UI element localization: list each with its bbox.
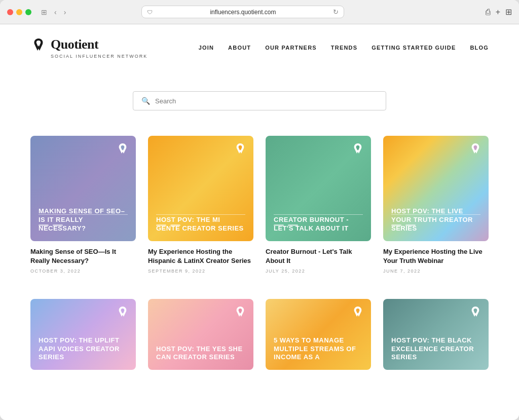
new-tab-button[interactable]: + xyxy=(496,8,500,17)
minimize-dot[interactable] xyxy=(16,9,22,15)
card-text-title-mi-gente: My Experience Hosting the Hispanic & Lat… xyxy=(148,247,253,265)
sidebar-toggle-button[interactable]: ⊞ xyxy=(39,7,50,17)
address-bar-container[interactable]: 🛡 ↻ xyxy=(141,6,344,18)
browser-actions: ⎙ + ⊞ xyxy=(486,7,512,17)
card-image-5ways: 5 WAYS TO MANAGE MULTIPLE STREAMS OF INC… xyxy=(266,299,371,370)
logo-text: Quotient xyxy=(51,37,98,52)
blog-card-seo[interactable]: MAKING SENSE OF SEO–IS IT REALLY NECESSA… xyxy=(30,136,136,274)
address-bar-input[interactable] xyxy=(156,9,330,16)
card-overlay-title-burnout: CREATOR BURNOUT - LET'S TALK ABOUT IT xyxy=(266,208,371,241)
card-logo-uplift xyxy=(116,305,130,319)
card-image-burnout: CREATOR BURNOUT - LET'S TALK ABOUT IT xyxy=(266,136,371,241)
search-section: 🔍 xyxy=(0,71,519,126)
browser-controls: ⊞ ‹ › xyxy=(39,7,68,17)
share-button[interactable]: ⎙ xyxy=(486,8,491,17)
page-content: Quotient SOCIAL INFLUENCER NETWORK JOIN … xyxy=(0,24,519,420)
main-nav: JOIN ABOUT OUR PARTNERS TRENDS GETTING S… xyxy=(199,45,489,51)
blog-card-5ways[interactable]: 5 WAYS TO MANAGE MULTIPLE STREAMS OF INC… xyxy=(266,299,371,376)
blog-card-live-truth[interactable]: HOST POV: THE LIVE YOUR TRUTH CREATOR SE… xyxy=(383,136,489,274)
search-bar: 🔍 xyxy=(133,91,386,110)
card-image-seo: MAKING SENSE OF SEO–IS IT REALLY NECESSA… xyxy=(30,136,136,241)
blog-card-yes-she-can[interactable]: HOST POV: THE YES SHE CAN CREATOR SERIES xyxy=(148,299,253,376)
card-overlay-title-5ways: 5 WAYS TO MANAGE MULTIPLE STREAMS OF INC… xyxy=(266,328,371,370)
card-logo-burnout xyxy=(351,142,365,156)
logo-subtitle: SOCIAL INFLUENCER NETWORK xyxy=(30,54,147,59)
card-logo-5ways xyxy=(351,305,365,319)
search-icon: 🔍 xyxy=(141,97,150,105)
search-input[interactable] xyxy=(155,97,378,105)
card-date-seo: OCTOBER 3, 2022 xyxy=(30,269,136,274)
card-overlay-title-uplift: HOST POV: THE UPLIFT AAPI VOICES CREATOR… xyxy=(30,328,136,370)
logo-area: Quotient SOCIAL INFLUENCER NETWORK xyxy=(30,36,147,59)
logo-main: Quotient xyxy=(30,36,98,53)
card-overlay-title-yes-she-can: HOST POV: THE YES SHE CAN CREATOR SERIES xyxy=(148,337,253,370)
blog-grid-row2: HOST POV: THE UPLIFT AAPI VOICES CREATOR… xyxy=(0,289,519,376)
blog-card-uplift[interactable]: HOST POV: THE UPLIFT AAPI VOICES CREATOR… xyxy=(30,299,136,376)
forward-button[interactable]: › xyxy=(61,7,69,17)
reload-icon[interactable]: ↻ xyxy=(333,8,339,16)
card-logo-yes-she-can xyxy=(233,305,247,319)
browser-toolbar: ⊞ ‹ › 🛡 ↻ ⎙ + ⊞ xyxy=(0,0,519,24)
card-text-title-seo: Making Sense of SEO—Is It Really Necessa… xyxy=(30,247,136,265)
card-image-uplift: HOST POV: THE UPLIFT AAPI VOICES CREATOR… xyxy=(30,299,136,370)
nav-join[interactable]: JOIN xyxy=(199,45,214,51)
maximize-dot[interactable] xyxy=(25,9,31,15)
card-date-mi-gente: SEPTEMBER 9, 2022 xyxy=(148,269,253,274)
card-image-live-truth: HOST POV: THE LIVE YOUR TRUTH CREATOR SE… xyxy=(383,136,489,241)
blog-grid-row1: MAKING SENSE OF SEO–IS IT REALLY NECESSA… xyxy=(0,126,519,289)
card-text-title-live-truth: My Experience Hosting the Live Your Trut… xyxy=(383,247,489,265)
nav-our-partners[interactable]: OUR PARTNERS xyxy=(265,45,317,51)
grid-button[interactable]: ⊞ xyxy=(505,7,512,17)
close-dot[interactable] xyxy=(7,9,13,15)
blog-card-mi-gente[interactable]: HOST POV: THE MI GENTE CREATOR SERIES My… xyxy=(148,136,253,274)
nav-trends[interactable]: TRENDS xyxy=(331,45,357,51)
card-image-mi-gente: HOST POV: THE MI GENTE CREATOR SERIES xyxy=(148,136,253,241)
browser-window: ⊞ ‹ › 🛡 ↻ ⎙ + ⊞ Q xyxy=(0,0,519,420)
card-text-title-burnout: Creator Burnout - Let's Talk About It xyxy=(266,247,371,265)
card-logo-seo xyxy=(116,142,130,156)
card-logo-live-truth xyxy=(468,142,483,156)
card-logo-black-excellence xyxy=(468,305,483,319)
card-overlay-title-black-excellence: HOST POV: THE BLACK EXCELLENCE CREATOR S… xyxy=(383,328,489,370)
nav-about[interactable]: ABOUT xyxy=(228,45,251,51)
nav-blog[interactable]: BLOG xyxy=(470,45,489,51)
back-button[interactable]: ‹ xyxy=(52,7,59,17)
browser-dots xyxy=(7,9,31,15)
card-overlay-title-seo: MAKING SENSE OF SEO–IS IT REALLY NECESSA… xyxy=(30,199,136,241)
card-overlay-title-mi-gente: HOST POV: THE MI GENTE CREATOR SERIES xyxy=(148,208,253,241)
card-overlay-title-live-truth: HOST POV: THE LIVE YOUR TRUTH CREATOR SE… xyxy=(383,199,489,241)
card-logo-mi-gente xyxy=(233,142,247,156)
card-image-black-excellence: HOST POV: THE BLACK EXCELLENCE CREATOR S… xyxy=(383,299,489,370)
card-image-yes-she-can: HOST POV: THE YES SHE CAN CREATOR SERIES xyxy=(148,299,253,370)
card-date-live-truth: JUNE 7, 2022 xyxy=(383,269,489,274)
blog-card-black-excellence[interactable]: HOST POV: THE BLACK EXCELLENCE CREATOR S… xyxy=(383,299,489,376)
blog-card-burnout[interactable]: CREATOR BURNOUT - LET'S TALK ABOUT IT Cr… xyxy=(266,136,371,274)
nav-getting-started[interactable]: GETTING STARTED GUIDE xyxy=(372,45,456,51)
site-header: Quotient SOCIAL INFLUENCER NETWORK JOIN … xyxy=(0,24,519,71)
card-date-burnout: JULY 25, 2022 xyxy=(266,269,371,274)
security-icon: 🛡 xyxy=(147,9,153,15)
logo-icon xyxy=(30,36,47,53)
